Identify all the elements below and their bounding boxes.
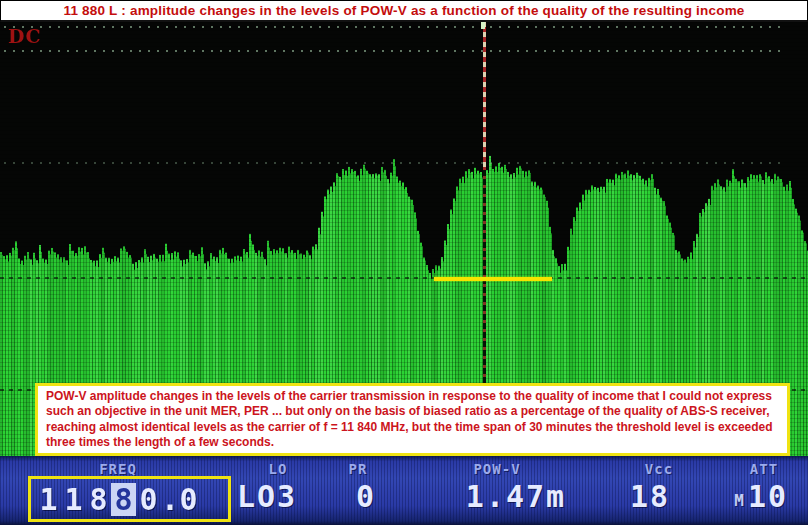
annotation-box: POW-V amplitude changes in the levels of…: [35, 383, 790, 456]
spectrum-screen: DC POW-V amplitude changes in the levels…: [0, 22, 808, 456]
title-bar: 11 880 L : amplitude changes in the leve…: [0, 0, 808, 22]
freq-digit: 1: [36, 483, 61, 516]
freq-value[interactable]: 11880.0: [36, 483, 201, 516]
freq-digit: 8: [111, 483, 136, 516]
graticule-row: [4, 26, 784, 28]
center-marker-tick-icon: [481, 22, 485, 29]
dc-indicator: DC: [8, 25, 42, 47]
center-marker-line: [483, 22, 486, 170]
freq-digit: .: [161, 483, 176, 516]
freq-digit: 1: [61, 483, 86, 516]
lo-value: LO3: [237, 482, 297, 512]
pr-value: 0: [356, 482, 376, 512]
graticule-row: [4, 162, 784, 164]
pr-label: PR: [349, 461, 368, 477]
freq-label: FREQ: [99, 461, 137, 477]
freq-digit: 0: [136, 483, 161, 516]
annotation-line: such an objective in the unit MER, PER .…: [46, 404, 787, 419]
att-label: ATT: [750, 461, 778, 477]
vcc-label: Vcc: [645, 461, 673, 477]
annotation-line: POW-V amplitude changes in the levels of…: [46, 389, 787, 404]
annotation-line: reaching almost identical levels as the …: [46, 420, 787, 435]
att-mode-prefix: M: [734, 493, 744, 509]
status-bar: FREQ LO PR POW-V Vcc ATT 11880.0 LO3 0 1…: [0, 456, 808, 525]
threshold-marker-line: [434, 277, 552, 281]
att-value-group: M 10: [734, 482, 788, 512]
freq-digit: 8: [86, 483, 111, 516]
vcc-value: 18: [630, 482, 670, 512]
powv-value: 1.47m: [466, 482, 566, 512]
powv-label: POW-V: [473, 461, 520, 477]
title-text: 11 880 L : amplitude changes in the leve…: [63, 3, 744, 18]
graticule-row: [0, 277, 808, 279]
freq-digit: 0: [176, 483, 201, 516]
satellite-meter-screenshot: 11 880 L : amplitude changes in the leve…: [0, 0, 808, 525]
graticule-row: [4, 50, 784, 52]
att-value: 10: [748, 482, 788, 512]
freq-value-box[interactable]: 11880.0: [28, 476, 231, 522]
lo-label: LO: [269, 461, 288, 477]
annotation-line: three times the length of a few seconds.: [46, 435, 787, 450]
